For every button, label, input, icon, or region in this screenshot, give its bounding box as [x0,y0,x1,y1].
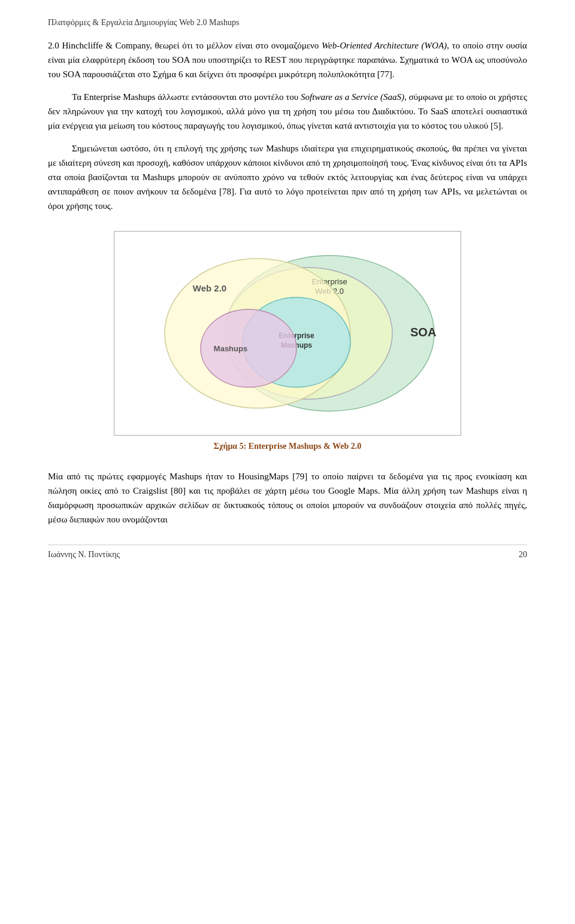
italic-saas: Software as a Service (SaaS) [301,92,404,102]
italic-woa: Web-Oriented Architecture (WOA) [322,41,447,50]
page: Πλατφόρμες & Εργαλεία Δημιουργίας Web 2.… [0,0,575,595]
paragraph-3: Σημειώνεται ωστόσο, ότι η επιλογή της χρ… [48,141,527,213]
main-content: 2.0 Hinchcliffe & Company, θεωρεί ότι το… [48,38,527,527]
figure-box: SOA Enterprise Web 2.0 Web 2.0 Enterpris… [114,231,461,436]
figure-caption: Σχήμα 5: Enterprise Mashups & Web 2.0 [214,442,361,451]
web20-label: Web 2.0 [193,283,226,293]
paragraph-4: Μία από τις πρώτες εφαρμογές Mashups ήτα… [48,469,527,527]
footer-page-number: 20 [519,550,527,560]
page-header: Πλατφόρμες & Εργαλεία Δημιουργίας Web 2.… [48,18,527,28]
soa-label: SOA [410,326,436,339]
paragraph-2: Τα Enterprise Mashups άλλωστε εντάσσοντα… [48,90,527,133]
paragraph-1: 2.0 Hinchcliffe & Company, θεωρεί ότι το… [48,38,527,81]
header-left: Πλατφόρμες & Εργαλεία Δημιουργίας Web 2.… [48,18,240,28]
venn-diagram: SOA Enterprise Web 2.0 Web 2.0 Enterpris… [132,244,443,423]
figure-container: SOA Enterprise Web 2.0 Web 2.0 Enterpris… [48,231,527,451]
mashups-label: Mashups [214,344,247,353]
footer-author: Ιωάννης Ν. Ποντίκης [48,550,120,560]
page-footer: Ιωάννης Ν. Ποντίκης 20 [48,545,527,560]
